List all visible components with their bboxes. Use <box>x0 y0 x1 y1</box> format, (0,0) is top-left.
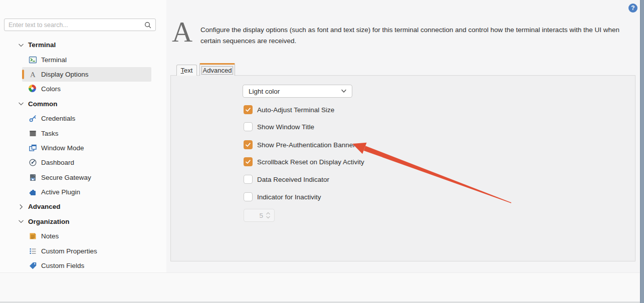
sidebar-item-label: Window Mode <box>41 144 84 152</box>
checkbox-checked-icon[interactable] <box>244 157 253 166</box>
checkbox-row-show-window-title[interactable]: Show Window Title <box>244 122 314 131</box>
dashboard-icon <box>29 158 37 167</box>
checkbox-label: Scrollback Reset on Display Activity <box>257 158 364 166</box>
inactivity-threshold-stepper: 5 <box>244 209 275 222</box>
tab-label: Advanced <box>202 67 233 74</box>
tasks-icon <box>29 129 37 138</box>
search-input[interactable] <box>5 22 144 29</box>
chevron-down-icon <box>17 217 25 225</box>
sidebar-item-label: Terminal <box>41 56 67 64</box>
sidebar-group-organization-group[interactable]: Organization <box>0 214 166 229</box>
inactivity-threshold-value: 5 <box>259 212 263 219</box>
chevron-right-icon <box>17 203 25 211</box>
sidebar-item-label: Active Plugin <box>41 188 80 196</box>
checkbox-row-scrollback-reset-on-display-activity[interactable]: Scrollback Reset on Display Activity <box>244 157 364 166</box>
checkbox-unchecked-icon[interactable] <box>244 122 253 131</box>
sidebar-item-notes[interactable]: Notes <box>22 229 151 243</box>
sidebar-group-advanced-group[interactable]: Advanced <box>0 199 166 214</box>
sidebar-item-label: Credentials <box>41 115 75 122</box>
checkbox-row-data-received-indicator[interactable]: Data Received Indicator <box>244 175 329 184</box>
sidebar-item-label: Notes <box>41 232 59 240</box>
tab-label: Text <box>181 67 193 74</box>
sidebar-group-label: Organization <box>28 218 70 225</box>
page-description: Configure the display options (such as f… <box>200 25 634 46</box>
checkbox-row-auto-adjust-terminal-size[interactable]: Auto-Adjust Terminal Size <box>244 105 334 114</box>
sidebar-item-tasks[interactable]: Tasks <box>22 126 151 140</box>
checkbox-label: Indicator for Inactivity <box>257 193 321 201</box>
sidebar-item-label: Tasks <box>41 130 59 137</box>
sidebar-item-window-mode[interactable]: Window Mode <box>22 141 151 155</box>
sidebar-item-label: Secure Gateway <box>41 174 91 181</box>
sidebar-item-secure-gateway[interactable]: Secure Gateway <box>22 170 151 185</box>
svg-text:A: A <box>30 70 36 78</box>
credentials-icon <box>29 114 37 123</box>
sidebar-item-label: Display Options <box>41 71 89 78</box>
help-icon[interactable]: ? <box>628 4 637 13</box>
terminal-icon <box>29 56 37 64</box>
page-icon-letter: A <box>172 17 192 48</box>
sidebar-group-label: Terminal <box>28 41 56 49</box>
checkbox-checked-icon[interactable] <box>244 105 253 114</box>
chevron-down-icon <box>17 41 25 49</box>
sidebar-group-label: Common <box>28 100 58 108</box>
sidebar-group-terminal-group[interactable]: Terminal <box>0 38 166 52</box>
sidebar-item-credentials[interactable]: Credentials <box>22 111 151 126</box>
search-box[interactable] <box>4 19 156 31</box>
window-mode-icon <box>29 144 37 152</box>
sidebar-item-terminal[interactable]: Terminal <box>22 52 151 67</box>
settings-tree: TerminalTerminalADisplay OptionsColorsCo… <box>0 38 166 273</box>
window-right-edge <box>640 0 644 303</box>
sidebar-group-common-group[interactable]: Common <box>0 97 166 111</box>
sidebar-item-dashboard[interactable]: Dashboard <box>22 155 151 170</box>
custom-properties-icon <box>29 247 37 255</box>
sidebar: TerminalTerminalADisplay OptionsColorsCo… <box>0 0 166 272</box>
sidebar-item-label: Custom Fields <box>41 262 84 269</box>
chevron-down-icon <box>341 88 347 94</box>
sidebar-item-label: Colors <box>41 85 61 93</box>
colors-icon <box>29 85 37 93</box>
secure-gateway-icon <box>29 173 37 182</box>
spinner-up-down-icon <box>266 211 271 220</box>
chevron-down-icon <box>17 100 25 108</box>
sidebar-item-custom-fields[interactable]: Custom Fields <box>22 258 151 273</box>
sidebar-group-label: Advanced <box>28 203 61 210</box>
sidebar-item-custom-properties[interactable]: Custom Properties <box>22 243 151 258</box>
tab-advanced[interactable]: Advanced <box>199 63 235 76</box>
active-plugin-icon <box>29 188 37 196</box>
checkbox-unchecked-icon[interactable] <box>244 192 253 201</box>
advanced-tab-panel <box>170 75 635 261</box>
footer-bar: OK Cancel <box>0 272 644 303</box>
sidebar-item-display-options[interactable]: ADisplay Options <box>22 67 151 82</box>
sidebar-item-active-plugin[interactable]: Active Plugin <box>22 185 151 199</box>
display-options-icon: A <box>29 70 37 79</box>
checkbox-label: Show Pre-Authentication Banner <box>257 141 355 149</box>
checkbox-label: Auto-Adjust Terminal Size <box>257 106 334 114</box>
tab-text[interactable]: Text <box>176 65 197 76</box>
sidebar-item-label: Custom Properties <box>41 247 97 255</box>
search-icon <box>144 21 152 29</box>
custom-fields-icon <box>29 261 37 270</box>
sgr-mode-select[interactable]: Light color <box>243 85 352 98</box>
notes-icon <box>29 232 37 240</box>
checkbox-unchecked-icon[interactable] <box>244 175 253 184</box>
sgr-mode-value: Light color <box>243 88 341 95</box>
sidebar-item-label: Dashboard <box>41 159 74 166</box>
sidebar-item-colors[interactable]: Colors <box>22 82 151 96</box>
checkbox-row-show-pre-authentication-banner[interactable]: Show Pre-Authentication Banner <box>244 140 355 149</box>
checkbox-label: Data Received Indicator <box>257 176 329 183</box>
checkbox-row-indicator-for-inactivity[interactable]: Indicator for Inactivity <box>244 192 321 201</box>
checkbox-checked-icon[interactable] <box>244 140 253 149</box>
checkbox-label: Show Window Title <box>257 123 314 131</box>
